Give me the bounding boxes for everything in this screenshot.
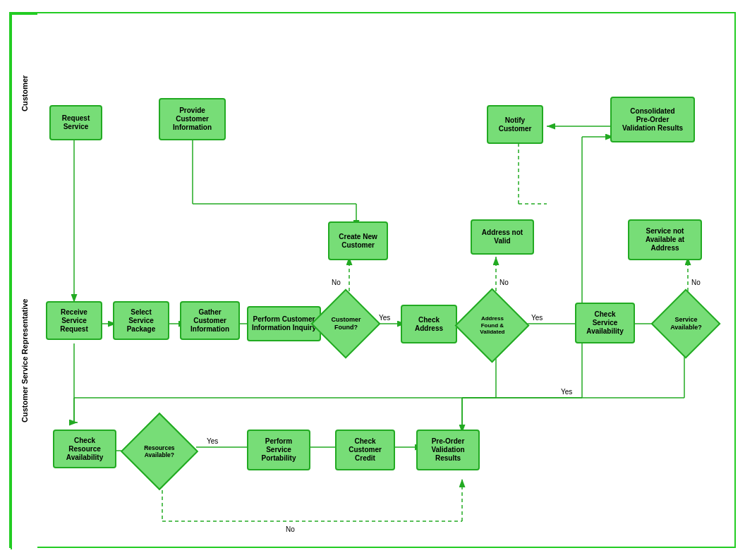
preorder-validation-node: Pre-OrderValidationResults [416, 430, 480, 470]
receive-request-node: ReceiveServiceRequest [46, 301, 102, 340]
svg-text:Yes: Yes [379, 314, 390, 322]
perform-inquiry-node: Perform CustomerInformation Inquiry [247, 306, 321, 341]
svg-text:No: No [286, 525, 295, 533]
svg-text:Yes: Yes [561, 388, 572, 396]
notify-customer-node: NotifyCustomer [487, 105, 543, 144]
customer-found-node: CustomerFound? [311, 289, 381, 359]
lane-csr-label: Customer Service Representative [11, 172, 37, 549]
consolidated-results-node: ConsolidatedPre-OrderValidation Results [610, 97, 695, 142]
diagram-container: Customer Customer Service Representative… [9, 12, 736, 548]
resources-available-node: ResourcesAvailable? [121, 413, 198, 490]
create-customer-node: Create NewCustomer [328, 221, 388, 260]
request-service-node: Request Service [49, 105, 102, 140]
address-found-node: AddressFound &Validated [454, 288, 529, 363]
svg-text:No: No [691, 279, 701, 286]
svg-text:Yes: Yes [207, 437, 218, 445]
check-credit-node: CheckCustomerCredit [335, 430, 395, 470]
service-available-node: ServiceAvailable? [651, 289, 721, 359]
provide-info-node: ProvideCustomerInformation [159, 98, 226, 140]
perform-portability-node: PerformServicePortability [247, 430, 310, 470]
check-service-avail-node: CheckServiceAvailability [575, 303, 635, 343]
svg-text:No: No [332, 279, 341, 286]
address-not-valid-node: Address notValid [471, 219, 534, 255]
gather-info-node: GatherCustomerInformation [180, 301, 240, 340]
svg-text:No: No [499, 279, 509, 286]
lane-customer-label: Customer [11, 13, 37, 172]
service-not-available-node: Service notAvailable atAddress [628, 219, 702, 260]
select-package-node: SelectServicePackage [113, 301, 169, 340]
check-resource-node: CheckResourceAvailability [53, 430, 116, 468]
svg-text:Yes: Yes [531, 314, 543, 322]
check-address-node: CheckAddress [401, 305, 457, 343]
